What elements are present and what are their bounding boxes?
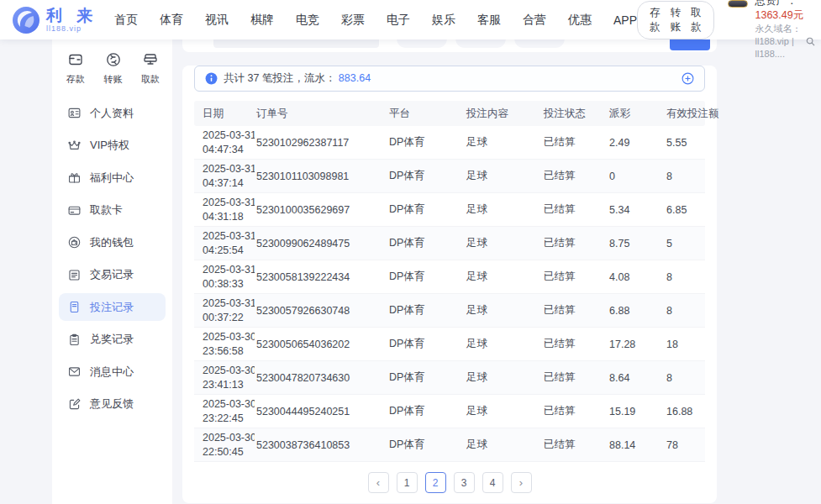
nav-item-优惠[interactable]: 优惠	[568, 13, 592, 28]
sidebar-menu: 个人资料 VIP特权 福利中心 取款卡 我的钱包 交易记录 投注记录 兑奖记录 …	[52, 89, 172, 418]
cell-platform: DP体育	[387, 404, 465, 418]
cell-datetime: 2025-03-3104:47:34	[194, 129, 255, 156]
sidebar-item-我的钱包[interactable]: 我的钱包	[59, 228, 166, 256]
mail-icon	[67, 365, 82, 379]
cell-payout: 0	[608, 171, 665, 182]
cell-payout: 6.88	[608, 305, 665, 317]
nav-item-电竞[interactable]: 电竞	[296, 13, 319, 28]
main-content: 共计 37 笔投注，流水： 883.64 日期订单号平台投注内容投注状态派彩有效…	[182, 39, 717, 503]
nav-item-娱乐[interactable]: 娱乐	[432, 13, 455, 28]
sidebar-item-意见反馈[interactable]: 意见反馈	[59, 391, 166, 418]
crown-icon	[67, 139, 82, 153]
table-row: 2025-03-3023:41:135230047820734630DP体育足球…	[194, 361, 705, 395]
nav-item-电子[interactable]: 电子	[387, 13, 410, 28]
table-row: 2025-03-3104:37:145230101103098981DP体育足球…	[194, 160, 705, 193]
page-button-3[interactable]: 3	[454, 472, 475, 493]
filter-input-fragment[interactable]	[213, 39, 379, 48]
bet-count: 37	[247, 72, 259, 84]
column-header: 平台	[387, 107, 465, 121]
cell-platform: DP体育	[387, 438, 465, 452]
sidebar-item-消息中心[interactable]: 消息中心	[59, 358, 166, 386]
cell-status: 已结算	[542, 404, 608, 418]
sidebar-quick-存款[interactable]: 存款	[66, 50, 86, 86]
filter-chip-fragment[interactable]	[514, 39, 565, 48]
header-action-存款[interactable]: 存款	[650, 6, 660, 34]
nav-item-体育[interactable]: 体育	[160, 13, 183, 28]
page-button-2[interactable]: 2	[425, 472, 446, 493]
header-quick-actions: 存款转账取款	[637, 1, 714, 39]
cell-order-no: 5230099062489475	[255, 238, 387, 249]
cell-payout: 8.64	[608, 372, 665, 384]
header-action-转账[interactable]: 转账	[671, 6, 682, 34]
cell-status: 已结算	[542, 370, 608, 385]
page-prev-button[interactable]: ‹	[368, 472, 389, 493]
cell-valid-amount: 8	[665, 271, 705, 283]
filter-chip-fragment[interactable]	[397, 39, 447, 48]
info-icon	[205, 72, 218, 85]
cell-datetime: 2025-03-3104:37:14	[194, 162, 255, 190]
cell-payout: 88.14	[608, 439, 665, 451]
search-icon[interactable]	[806, 37, 815, 46]
cell-valid-amount: 8	[665, 372, 705, 384]
header-action-取款[interactable]: 取款	[691, 6, 702, 34]
cell-valid-amount: 8	[665, 305, 705, 317]
cell-status: 已结算	[542, 202, 608, 217]
sidebar: 存款 转账 取款 个人资料 VIP特权 福利中心 取款卡 我的钱包 交易记录 投…	[52, 39, 172, 504]
cell-content: 足球	[465, 438, 542, 452]
nav-item-彩票[interactable]: 彩票	[341, 13, 365, 28]
logo-swoosh-icon	[12, 6, 40, 34]
sidebar-item-取款卡[interactable]: 取款卡	[59, 197, 166, 224]
search-button-fragment[interactable]	[670, 39, 710, 50]
sidebar-item-个人资料[interactable]: 个人资料	[59, 99, 166, 127]
sidebar-quick-转账[interactable]: 转账	[103, 50, 124, 86]
filter-chip-fragment[interactable]	[455, 39, 506, 48]
table-body: 2025-03-3104:47:345230102962387117DP体育足球…	[194, 126, 705, 462]
profile-icon	[67, 106, 82, 120]
sidebar-item-福利中心[interactable]: 福利中心	[59, 164, 166, 192]
page-next-button[interactable]: ›	[511, 472, 532, 493]
flow-value: 883.64	[339, 72, 371, 84]
cell-valid-amount: 78	[665, 439, 705, 451]
column-header: 派彩	[608, 107, 665, 121]
assets-value: 1363.49元	[755, 9, 804, 21]
table-row: 2025-03-3023:56:585230050654036202DP体育足球…	[194, 328, 705, 361]
nav-item-首页[interactable]: 首页	[114, 13, 138, 28]
logo-title: 利 来	[46, 8, 97, 24]
cell-payout: 8.75	[608, 238, 665, 249]
cell-datetime: 2025-03-3022:50:45	[194, 431, 255, 459]
sidebar-item-投注记录[interactable]: 投注记录	[59, 293, 166, 321]
cell-platform: DP体育	[387, 135, 465, 150]
deposit-icon	[66, 50, 86, 70]
column-header: 有效投注额	[665, 107, 719, 121]
cell-datetime: 2025-03-3100:37:22	[194, 297, 255, 324]
cell-payout: 5.34	[608, 204, 665, 216]
cell-platform: DP体育	[387, 270, 465, 284]
cell-datetime: 2025-03-3104:31:18	[194, 196, 255, 223]
sidebar-item-兑奖记录[interactable]: 兑奖记录	[59, 326, 166, 354]
cell-platform: DP体育	[387, 202, 465, 217]
filter-bar-cutoff	[182, 39, 717, 52]
cell-platform: DP体育	[387, 370, 465, 385]
cell-order-no: 5230100035629697	[255, 204, 387, 216]
cell-order-no: 5230044495240251	[255, 406, 387, 417]
nav-item-APP[interactable]: APP	[613, 13, 637, 27]
sidebar-quick-取款[interactable]: 取款	[140, 50, 161, 86]
wallet-icon	[67, 235, 82, 249]
cell-status: 已结算	[542, 169, 608, 183]
withdraw-icon	[140, 50, 161, 70]
sidebar-item-交易记录[interactable]: 交易记录	[59, 261, 166, 289]
page-button-1[interactable]: 1	[397, 472, 418, 493]
plus-circle-icon[interactable]	[682, 72, 694, 85]
cell-payout: 2.49	[608, 137, 665, 149]
nav-item-客服[interactable]: 客服	[477, 13, 501, 28]
nav-item-棋牌[interactable]: 棋牌	[250, 13, 274, 28]
cell-valid-amount: 5	[665, 238, 705, 249]
page-button-4[interactable]: 4	[482, 472, 503, 493]
bet-record-icon	[67, 300, 82, 314]
nav-item-合营[interactable]: 合营	[523, 13, 546, 28]
sidebar-item-VIP特权[interactable]: VIP特权	[59, 132, 166, 160]
site-logo[interactable]: 利 来 ll188.vip	[12, 6, 103, 34]
user-block[interactable]: anxin3399总资产：1363.49元 永久域名：ll188.vip | l…	[726, 0, 816, 60]
nav-item-视讯[interactable]: 视讯	[205, 13, 229, 28]
column-header: 日期	[194, 107, 255, 121]
